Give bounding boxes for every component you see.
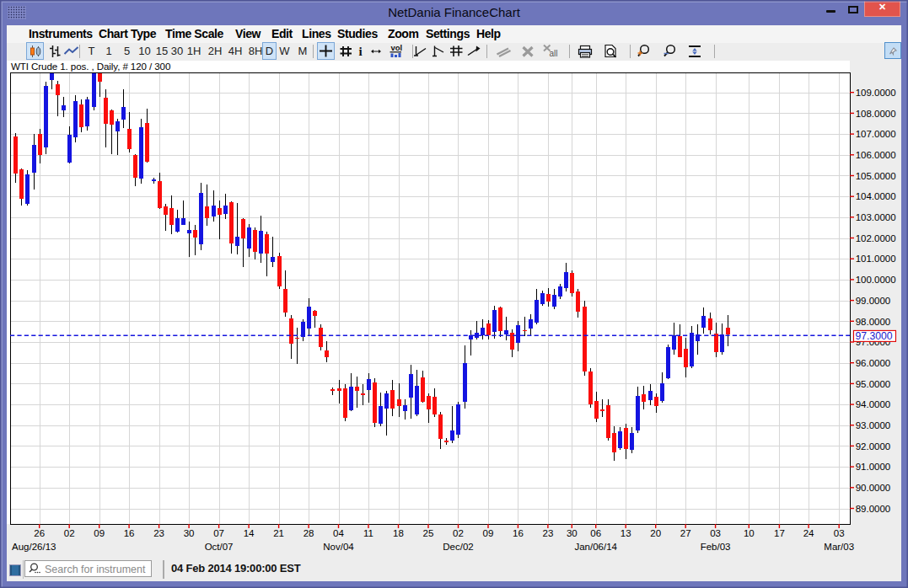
svg-text:Mar/03: Mar/03 bbox=[824, 542, 854, 552]
svg-text:WTI Crude 1. pos. , Daily, # 1: WTI Crude 1. pos. , Daily, # 120 / 300 bbox=[11, 61, 170, 72]
svg-text:vol: vol bbox=[391, 44, 403, 52]
svg-text:all: all bbox=[550, 49, 558, 58]
svg-text:100.0000: 100.0000 bbox=[856, 275, 896, 285]
svg-text:02: 02 bbox=[64, 528, 75, 538]
svg-text:106.0000: 106.0000 bbox=[856, 150, 896, 160]
svg-text:102.0000: 102.0000 bbox=[856, 233, 896, 243]
svg-text:94.0000: 94.0000 bbox=[856, 399, 891, 409]
svg-text:25: 25 bbox=[423, 528, 434, 538]
svg-text:03: 03 bbox=[834, 528, 845, 538]
svg-text:Aug/26/13: Aug/26/13 bbox=[12, 542, 56, 552]
svg-text:07: 07 bbox=[213, 528, 224, 538]
svg-text:93.0000: 93.0000 bbox=[856, 420, 891, 430]
svg-text:21: 21 bbox=[273, 528, 284, 538]
svg-text:16: 16 bbox=[124, 528, 135, 538]
svg-text:101.0000: 101.0000 bbox=[856, 254, 896, 264]
svg-text:Nov/04: Nov/04 bbox=[323, 542, 354, 552]
svg-text:99.0000: 99.0000 bbox=[856, 296, 891, 306]
svg-text:03: 03 bbox=[710, 528, 721, 538]
svg-text:109.0000: 109.0000 bbox=[856, 88, 896, 98]
svg-text:14: 14 bbox=[244, 528, 255, 538]
svg-text:04: 04 bbox=[333, 528, 344, 538]
svg-text:96.0000: 96.0000 bbox=[856, 358, 891, 368]
svg-text:23: 23 bbox=[153, 528, 164, 538]
svg-text:30: 30 bbox=[184, 528, 195, 538]
svg-text:27: 27 bbox=[680, 528, 691, 538]
svg-text:30: 30 bbox=[567, 528, 578, 538]
svg-text:23: 23 bbox=[543, 528, 554, 538]
svg-text:16: 16 bbox=[513, 528, 524, 538]
svg-text:17: 17 bbox=[774, 528, 785, 538]
svg-text:09: 09 bbox=[94, 528, 105, 538]
svg-text:95.0000: 95.0000 bbox=[856, 379, 891, 389]
svg-text:06: 06 bbox=[590, 528, 601, 538]
svg-text:97.3000: 97.3000 bbox=[856, 330, 893, 342]
svg-text:90.0000: 90.0000 bbox=[856, 483, 891, 493]
svg-text:91.0000: 91.0000 bbox=[856, 462, 891, 472]
svg-text:108.0000: 108.0000 bbox=[856, 109, 896, 119]
svg-text:11: 11 bbox=[363, 528, 373, 538]
svg-text:98.0000: 98.0000 bbox=[856, 317, 891, 327]
svg-text:02: 02 bbox=[453, 528, 464, 538]
svg-text:10: 10 bbox=[744, 528, 755, 538]
svg-text:18: 18 bbox=[393, 528, 404, 538]
svg-text:13: 13 bbox=[621, 528, 631, 538]
svg-text:24: 24 bbox=[803, 528, 814, 538]
svg-text:105.0000: 105.0000 bbox=[856, 171, 896, 181]
svg-text:28: 28 bbox=[304, 528, 314, 538]
svg-text:Dec/02: Dec/02 bbox=[443, 542, 473, 552]
svg-text:Oct/07: Oct/07 bbox=[205, 542, 234, 552]
svg-text:104.0000: 104.0000 bbox=[856, 191, 896, 201]
svg-text:Feb/03: Feb/03 bbox=[701, 542, 731, 552]
svg-text:92.0000: 92.0000 bbox=[856, 441, 891, 452]
svg-text:107.0000: 107.0000 bbox=[856, 129, 896, 139]
svg-text:20: 20 bbox=[650, 528, 661, 538]
svg-text:103.0000: 103.0000 bbox=[856, 212, 896, 222]
svg-text:26: 26 bbox=[34, 528, 45, 538]
svg-text:09: 09 bbox=[483, 528, 494, 538]
svg-text:Jan/06/14: Jan/06/14 bbox=[574, 542, 617, 552]
svg-text:89.0000: 89.0000 bbox=[856, 504, 891, 514]
